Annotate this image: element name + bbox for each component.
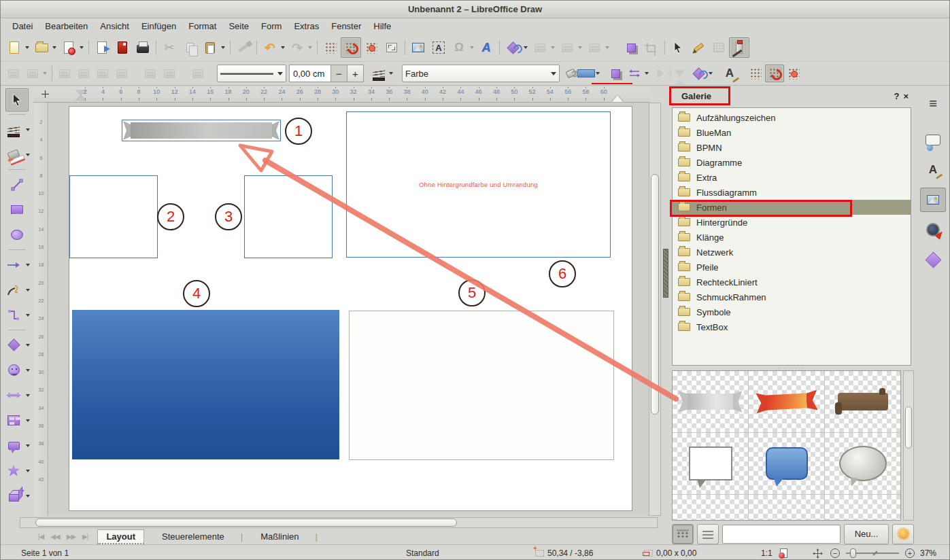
- scale-factor[interactable]: 1:1: [761, 548, 773, 558]
- line-color-tool[interactable]: [2, 118, 25, 141]
- gallery-folder-row[interactable]: Flussdiagramm: [673, 185, 911, 200]
- display-grid-button[interactable]: [320, 37, 341, 58]
- fan-square-shape-right[interactable]: [244, 175, 333, 258]
- line-color-caret[interactable]: [389, 72, 393, 75]
- gallery-folder-row[interactable]: Pfeile: [673, 260, 911, 275]
- document-modified-icon[interactable]: [780, 548, 787, 558]
- canvas-vertical-scrollbar[interactable]: [649, 103, 661, 516]
- menu-item[interactable]: Bearbeiten: [39, 20, 94, 33]
- menu-item[interactable]: Fenster: [325, 20, 367, 33]
- tab-shapes[interactable]: [920, 247, 946, 272]
- save-dropdown-caret[interactable]: [80, 46, 84, 49]
- symbol-shapes-tool[interactable]: [2, 359, 25, 382]
- new-theme-button[interactable]: Neu...: [844, 524, 889, 544]
- curves-polygons-caret[interactable]: [26, 289, 30, 292]
- line-width-increase-button[interactable]: +: [347, 65, 364, 82]
- gallery-scrollbar[interactable]: [903, 370, 914, 521]
- gallery-thumbnail[interactable]: [673, 371, 748, 432]
- gallery-folder-row[interactable]: Extra: [673, 170, 911, 185]
- callouts-caret[interactable]: [26, 444, 30, 447]
- tab-gallery[interactable]: [920, 188, 946, 212]
- flowchart-tool[interactable]: [2, 409, 25, 432]
- export-pdf-button[interactable]: [112, 37, 133, 58]
- gallery-thumbnail[interactable]: [749, 433, 824, 494]
- new-dropdown-caret[interactable]: [25, 46, 29, 49]
- rectangle-tool[interactable]: [5, 198, 29, 222]
- menu-item[interactable]: Seite: [222, 20, 255, 33]
- ellipse-tool[interactable]: [5, 224, 29, 247]
- zoom-slider[interactable]: [846, 553, 899, 554]
- 3d-objects-tool[interactable]: [2, 485, 25, 508]
- menu-item[interactable]: Einfügen: [135, 20, 182, 33]
- tab-layout[interactable]: Layout: [97, 529, 144, 544]
- connectors-tool-caret[interactable]: [26, 314, 30, 317]
- fontwork-button[interactable]: A: [476, 37, 496, 58]
- white-rectangle-shape[interactable]: [349, 311, 614, 460]
- splitter-grip[interactable]: [663, 249, 668, 298]
- tab-styles[interactable]: A: [920, 158, 946, 182]
- menu-item[interactable]: Format: [182, 20, 222, 33]
- tab-masslinien[interactable]: Maßlinien: [252, 530, 307, 543]
- drawing-canvas[interactable]: Ohne Hintergrundfarbe und Umrandung 1 2 …: [49, 103, 649, 516]
- gallery-folder-row[interactable]: Aufzählungszeichen: [673, 110, 911, 125]
- zoom-out-button[interactable]: −: [830, 548, 840, 558]
- paste-dropdown-caret[interactable]: [221, 46, 225, 49]
- symbol-shapes-caret[interactable]: [26, 369, 30, 372]
- fan-square-shape-left[interactable]: [69, 175, 158, 258]
- new-document-button[interactable]: [4, 37, 24, 58]
- fill-color-tool-caret[interactable]: [26, 154, 30, 156]
- lines-arrows-tool[interactable]: [2, 253, 25, 277]
- menu-item[interactable]: Form: [255, 20, 288, 33]
- panel-help-icon[interactable]: ?: [894, 91, 899, 101]
- icon-view-button[interactable]: [672, 524, 694, 544]
- drawing-page[interactable]: Ohne Hintergrundfarbe und Umrandung 1 2 …: [69, 106, 632, 511]
- v-scrollbar-thumb[interactable]: [651, 174, 659, 415]
- rotate-3d-caret[interactable]: [709, 72, 713, 75]
- block-arrows-tool[interactable]: [2, 384, 25, 407]
- stars-caret[interactable]: [26, 470, 30, 472]
- gallery-thumbnail[interactable]: [825, 371, 900, 432]
- gallery-folder-row[interactable]: BlueMan: [673, 125, 911, 140]
- lines-arrows-caret[interactable]: [26, 264, 30, 266]
- fill-color-tool[interactable]: [2, 143, 25, 167]
- basic-shapes-caret[interactable]: [26, 344, 30, 347]
- line-color-tool-caret[interactable]: [26, 128, 30, 131]
- gallery-thumbnail[interactable]: [749, 371, 824, 432]
- gallery-button[interactable]: [729, 37, 749, 58]
- menu-item[interactable]: Ansicht: [94, 20, 135, 33]
- canvas-horizontal-scrollbar[interactable]: [20, 517, 658, 528]
- menu-item[interactable]: Datei: [6, 20, 39, 33]
- gallery-folder-row[interactable]: Symbole: [673, 304, 911, 319]
- stars-banners-tool[interactable]: [2, 459, 25, 483]
- print-button[interactable]: [133, 37, 153, 58]
- insert-line-tool[interactable]: [5, 173, 29, 196]
- select-tool[interactable]: [5, 88, 29, 111]
- tab-navigator[interactable]: [920, 217, 946, 242]
- horizontal-ruler[interactable]: 2468101214161820222426283032343638404244…: [33, 87, 649, 103]
- gallery-folder-row[interactable]: SchmuckRahmen: [673, 290, 911, 304]
- snap-to-grid-button-2[interactable]: [765, 65, 784, 82]
- block-arrows-caret[interactable]: [26, 394, 30, 397]
- fit-page-icon[interactable]: [813, 548, 823, 559]
- fill-style-select[interactable]: Farbe: [402, 65, 560, 82]
- line-color-button[interactable]: [369, 65, 388, 82]
- callouts-tool[interactable]: [2, 434, 25, 457]
- gluepoint-button[interactable]: [688, 37, 709, 58]
- gallery-search-field[interactable]: [722, 525, 841, 544]
- curves-polygons-tool[interactable]: [2, 279, 25, 302]
- gallery-folder-row[interactable]: Netzwerk: [673, 245, 911, 260]
- tab-steuerelemente[interactable]: Steuerelemente: [154, 530, 233, 543]
- blue-gradient-rectangle-shape[interactable]: [72, 310, 339, 459]
- slide-style[interactable]: Standard: [406, 548, 439, 558]
- helplines-button-2[interactable]: [784, 65, 803, 82]
- open-button[interactable]: [31, 37, 52, 58]
- display-grid-button-2[interactable]: [746, 65, 765, 82]
- flowchart-caret[interactable]: [26, 419, 30, 422]
- gallery-scrollbar-thumb[interactable]: [905, 406, 912, 449]
- line-width-field[interactable]: 0,00 cm: [289, 65, 331, 82]
- connectors-tool[interactable]: [2, 304, 25, 327]
- open-dropdown-caret[interactable]: [52, 46, 56, 49]
- menu-item[interactable]: Hilfe: [367, 20, 397, 33]
- connectors-button[interactable]: [625, 65, 644, 82]
- panel-close-icon[interactable]: ×: [903, 91, 909, 101]
